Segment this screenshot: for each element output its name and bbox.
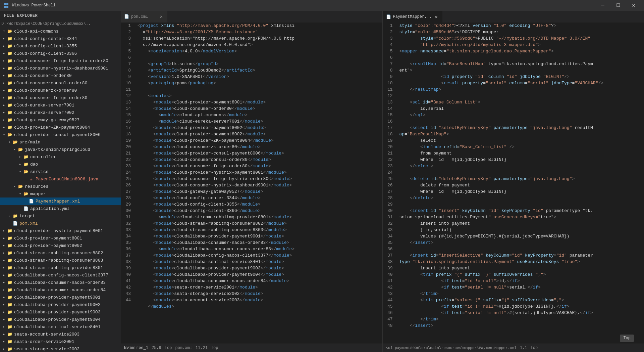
code-right[interactable]: style="color:#d4d4d4"><?xml version="1.0… [396, 23, 644, 344]
tree-item[interactable]: ▸📁cloudalibaba-provider-payment9001 [0, 294, 121, 301]
folder-arrow-icon[interactable]: ▾ [12, 147, 17, 151]
tree-item[interactable]: ▸📁cloudalibaba-consumer-nacos-order84 [0, 286, 121, 294]
tree-item[interactable]: ▸📁target [0, 212, 121, 220]
tree-item[interactable]: ▸📁cloud-config-client-3355 [0, 42, 121, 50]
tree-item[interactable]: ▸📁cloud-provider-payment8002 [0, 242, 121, 249]
tree-item[interactable]: ▾📂resources [0, 183, 121, 190]
folder-arrow-icon[interactable]: ▸ [1, 125, 7, 129]
tree-item[interactable]: 📄PaymentMapper.xml [0, 197, 121, 205]
tree-item[interactable]: ▸📁cloud-stream-rabbitmq-consumer8802 [0, 249, 121, 257]
tree-item[interactable]: ▸📁cloud-consumerconsul-order80 [0, 79, 121, 87]
tab-pom[interactable]: 📄 pom.xml ✕ [121, 11, 168, 23]
tree-item[interactable]: ▾📂cloud-api-commons [0, 28, 121, 35]
folder-arrow-icon[interactable]: ▸ [1, 325, 7, 329]
tree-item[interactable]: 📄pom.xml [0, 220, 121, 227]
folder-arrow-icon[interactable]: ▸ [1, 66, 7, 70]
tree-item[interactable]: ▸📁cloudalibaba-provider-payment9002 [0, 301, 121, 308]
folder-arrow-icon[interactable]: ▸ [1, 51, 7, 55]
folder-arrow-icon[interactable]: ▸ [1, 244, 7, 248]
folder-arrow-icon[interactable]: ▸ [1, 303, 7, 307]
tree-item[interactable]: 📄application.yml [0, 205, 121, 212]
folder-arrow-icon[interactable]: ▾ [7, 140, 12, 144]
folder-arrow-icon[interactable]: ▸ [1, 295, 7, 299]
tree-item[interactable]: ▸📁cloudalibaba-consumer-nacos-order83 [0, 279, 121, 286]
folder-arrow-icon[interactable]: ▸ [1, 310, 7, 314]
folder-arrow-icon[interactable]: ▸ [1, 288, 7, 292]
folder-arrow-icon[interactable]: ▸ [1, 229, 7, 233]
file-tree[interactable]: ▾📂cloud-api-commons▸📁cloud-config-center… [0, 28, 121, 352]
tree-item[interactable]: ▸📁seata-storage-service2002 [0, 345, 121, 352]
tree-item[interactable]: ▸📁cloudalibaba-config-nacos-client3377 [0, 271, 121, 279]
tree-item[interactable]: ▾📂mapper [0, 190, 121, 197]
folder-arrow-icon[interactable]: ▸ [1, 59, 7, 63]
folder-arrow-icon[interactable]: ▸ [1, 347, 7, 351]
folder-arrow-icon[interactable]: ▸ [1, 266, 7, 270]
folder-arrow-icon[interactable]: ▸ [1, 251, 7, 255]
payment-tab-close[interactable]: ✕ [434, 14, 439, 19]
folder-arrow-icon[interactable]: ▸ [17, 155, 23, 159]
folder-arrow-icon[interactable]: ▸ [1, 258, 7, 262]
folder-arrow-icon[interactable]: ▸ [1, 118, 7, 122]
top-button[interactable]: Top [620, 335, 634, 342]
tree-item[interactable]: ▾📂java/tk/snion/springcloud [0, 146, 121, 153]
tree-item[interactable]: ▸📁cloud-consumer-hystrix-dashboard9001 [0, 64, 121, 72]
folder-arrow-icon[interactable]: ▸ [1, 74, 7, 78]
folder-arrow-icon[interactable]: ▸ [7, 214, 12, 218]
tree-item[interactable]: ▸📁seata-account-service2003 [0, 331, 121, 338]
folder-arrow-icon[interactable]: ▸ [1, 332, 7, 336]
editor-right-content[interactable]: 1234567891011121314151617181920212223242… [383, 23, 644, 344]
tree-item[interactable]: ▸📁cloud-stream-rabbitmq-provider8801 [0, 264, 121, 271]
tree-item[interactable]: ▸📁cloud-consumerzk-order80 [0, 87, 121, 94]
pom-tab-close[interactable]: ✕ [159, 14, 164, 19]
tree-item[interactable]: ▸📁cloudalibaba-provider-payment9003 [0, 308, 121, 316]
maximize-button[interactable]: □ [610, 0, 626, 11]
window-controls[interactable]: ─ □ ✕ [595, 0, 641, 11]
folder-arrow-icon[interactable]: ▸ [1, 88, 7, 92]
folder-arrow-icon[interactable]: ▸ [1, 103, 7, 107]
tree-item[interactable]: ▸📁cloudalibaba-sentinal-service8401 [0, 323, 121, 331]
folder-arrow-icon[interactable]: ▸ [1, 96, 7, 100]
folder-arrow-icon[interactable]: ▾ [17, 170, 23, 174]
tree-item[interactable]: ▸📁cloud-provider-ZK-payment8004 [0, 124, 121, 131]
code-left[interactable]: <project xmlns="http://maven.apache.org/… [134, 23, 382, 344]
folder-arrow-icon[interactable]: ▸ [1, 37, 7, 41]
folder-arrow-icon[interactable]: ▸ [1, 236, 7, 240]
tree-item[interactable]: ▸📁cloud-eureka-server7001 [0, 101, 121, 109]
tree-item[interactable]: ▸📁cloud-config-center-3344 [0, 35, 121, 42]
tree-item[interactable]: ▸📁dao [0, 161, 121, 168]
tree-item[interactable]: ▸📁cloud-eureka-server7002 [0, 109, 121, 116]
tree-item[interactable]: ▸📁cloud-consumer-order80 [0, 72, 121, 79]
tree-item[interactable]: ▾📂cloud-provider-consul-payment8006 [0, 131, 121, 138]
tree-item[interactable]: ☕PayenConsulMain8006.java [0, 175, 121, 183]
tree-item[interactable]: ▾📂service [0, 168, 121, 175]
folder-arrow-icon[interactable]: ▸ [1, 81, 7, 85]
folder-arrow-icon[interactable]: ▾ [1, 133, 7, 137]
line-numbers-left: 1234567891011121314151617181920212223242… [121, 23, 134, 344]
tree-item[interactable]: ▾📂src/main [0, 138, 121, 146]
close-button[interactable]: ✕ [626, 0, 641, 11]
folder-arrow-icon[interactable]: ▸ [17, 162, 23, 166]
folder-arrow-icon[interactable]: ▸ [1, 273, 7, 277]
folder-arrow-icon[interactable]: ▸ [1, 44, 7, 48]
tree-label: target [19, 214, 35, 219]
tree-item[interactable]: ▸📁cloud-provider-payment8001 [0, 234, 121, 242]
editor-left-content[interactable]: 1234567891011121314151617181920212223242… [121, 23, 382, 344]
folder-arrow-icon[interactable]: ▸ [1, 280, 7, 284]
tree-item[interactable]: ▸📁cloud-gateway-gateway9527 [0, 116, 121, 124]
folder-arrow-icon[interactable]: ▸ [1, 111, 7, 115]
minimize-button[interactable]: ─ [595, 0, 610, 11]
folder-arrow-icon[interactable]: ▸ [1, 340, 7, 344]
folder-arrow-icon[interactable]: ▾ [1, 29, 7, 33]
tree-item[interactable]: ▸📁cloud-stream-rabbitmq-consumer8803 [0, 257, 121, 264]
folder-arrow-icon[interactable]: ▸ [1, 317, 7, 321]
tree-item[interactable]: ▸📁cloudalibaba-provider-payment9004 [0, 316, 121, 323]
tree-item[interactable]: ▸📁cloud-consumer-feign-hystrix-order80 [0, 57, 121, 64]
tab-payment[interactable]: 📄 PaymentMapper... ✕ [383, 11, 443, 23]
tree-item[interactable]: ▸📁seata-order-service2001 [0, 338, 121, 345]
folder-arrow-icon[interactable]: ▾ [12, 184, 17, 188]
tree-item[interactable]: ▸📁controller [0, 153, 121, 161]
tree-item[interactable]: ▸📁cloud-cunsumer-feign-order80 [0, 94, 121, 101]
tree-item[interactable]: ▸📁cloud-config-client-3366 [0, 50, 121, 57]
folder-arrow-icon[interactable]: ▾ [17, 192, 23, 196]
tree-item[interactable]: ▸📁cloud-provider-hystrix-payment8001 [0, 227, 121, 234]
